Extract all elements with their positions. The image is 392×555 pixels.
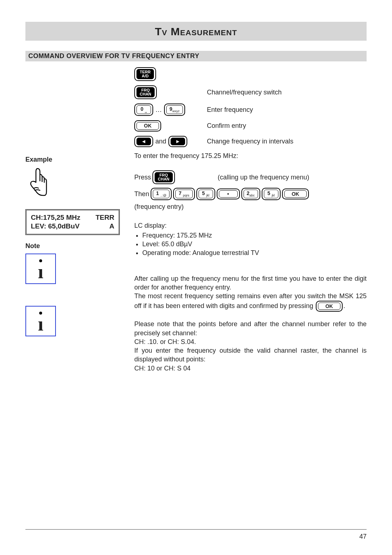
- cmd-frq-desc: Channel/frequency switch: [207, 88, 367, 97]
- page-title: Tv Measurement: [25, 22, 367, 41]
- press-desc: (calling up the frequency menu): [218, 173, 309, 182]
- key-ok: OK: [316, 301, 343, 312]
- and-word: and: [155, 137, 166, 146]
- key-9-label: 9: [170, 106, 172, 112]
- key-ok: OK: [134, 120, 161, 131]
- key-5-label: 5: [202, 190, 205, 196]
- key-frq-chan: FRQ CHAN: [134, 85, 157, 99]
- key-0-sub: ␣: [145, 109, 147, 113]
- note-paragraph-4: If you enter the frequency outside the v…: [134, 346, 367, 364]
- key-1: 1 ..:@: [151, 188, 172, 200]
- info-icon: ı: [25, 254, 56, 284]
- key-frq-chan: FRQ CHAN: [152, 170, 175, 184]
- hand-pointing-icon: [25, 166, 134, 200]
- example-label: Example: [25, 156, 134, 163]
- lcd-line1-left: CH:175,25 MHz: [31, 213, 80, 222]
- lcd-display: CH:175,25 MHz LEV: 65,0dBuV TERR A: [25, 209, 120, 235]
- key-terr-line2: A/D: [142, 74, 149, 78]
- lcd-bullet-2: Level: 65.0 dBµV: [142, 240, 367, 248]
- key-0-label: 0: [140, 106, 143, 112]
- right-arrow-icon: ►: [171, 138, 185, 145]
- key-frq-line2: CHAN: [158, 177, 170, 181]
- key-5b-label: 5: [268, 190, 270, 196]
- freq-entry-note: (frequency entry): [134, 202, 367, 211]
- key-9-sub: wxyz: [172, 109, 180, 113]
- note-p4-example: CH: 10 or CH: S 04: [134, 364, 367, 373]
- key-ok-label: OK: [284, 190, 307, 198]
- note-p2-b: .: [343, 302, 345, 309]
- note-paragraph-3: Please note that the points before and a…: [134, 320, 367, 337]
- info-icon: ı: [25, 306, 56, 336]
- key-1-label: 1: [156, 190, 159, 196]
- lcd-line2-right: A: [95, 222, 114, 231]
- section-heading: Command Overview for TV Frequency Entry: [25, 51, 367, 61]
- note-p3-example: CH: .10. or CH: S.04.: [134, 337, 367, 346]
- key-7: 7 pqrs: [173, 188, 195, 200]
- key-left-arrow: ◄: [134, 136, 153, 147]
- key-5b-sub: jkl: [271, 194, 275, 197]
- lcd-line2-left: LEV: 65,0dBuV: [31, 222, 80, 231]
- key-2-sub: abc: [249, 194, 255, 197]
- cmd-ok-desc: Confirm entry: [207, 121, 367, 130]
- key-dot: •: [217, 189, 240, 200]
- key-1-sub: ..:@: [160, 194, 167, 197]
- cmd-digits-desc: Enter frequency: [207, 105, 367, 114]
- key-dot-label: •: [219, 190, 238, 198]
- key-2: 2abc: [241, 188, 260, 200]
- key-frq-line2: CHAN: [140, 92, 151, 96]
- cmd-arrows-desc: Change frequency in intervals: [207, 137, 367, 146]
- ellipsis: …: [155, 105, 162, 114]
- lcd-line1-right: TERR: [95, 213, 114, 222]
- key-right-arrow: ►: [168, 136, 187, 147]
- page-number: 47: [359, 533, 367, 540]
- key-5-sub: jkl: [206, 194, 209, 197]
- key-0: 0 ␣: [134, 104, 153, 116]
- key-5: 5 jkl: [262, 188, 281, 200]
- example-intro: To enter the frequency 175.25 MHz:: [134, 151, 367, 160]
- note-paragraph-2: The most recent frequency setting remain…: [134, 292, 367, 312]
- footer-rule: [25, 529, 367, 530]
- press-word: Press: [134, 173, 151, 182]
- key-ok-label: OK: [318, 303, 340, 310]
- key-ok-label: OK: [136, 122, 159, 130]
- left-arrow-icon: ◄: [136, 138, 151, 145]
- then-word: Then: [134, 190, 149, 198]
- note-paragraph-1: After calling up the frequency menu for …: [134, 274, 367, 292]
- key-7-label: 7: [179, 190, 181, 196]
- lcd-bullet-1: Frequency: 175.25 MHz: [142, 231, 367, 240]
- key-9: 9wxyz: [164, 104, 185, 116]
- lcd-heading: LC display:: [134, 221, 367, 230]
- key-ok: OK: [282, 189, 309, 200]
- note-label: Note: [25, 242, 134, 250]
- key-terr-ad: TERR A/D: [134, 67, 156, 81]
- key-5: 5 jkl: [196, 188, 215, 200]
- lcd-bullet-3: Operating mode: Analogue terrestrial TV: [142, 248, 367, 257]
- key-7-sub: pqrs: [183, 194, 189, 197]
